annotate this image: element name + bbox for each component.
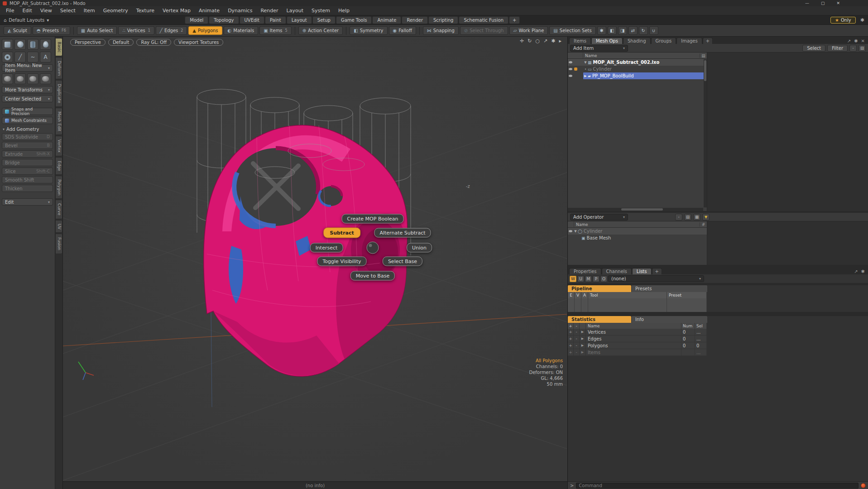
tab-groups[interactable]: Groups: [651, 38, 676, 44]
expand-panel-icon[interactable]: ↗: [847, 38, 851, 43]
primitive-cube-button[interactable]: [2, 39, 13, 50]
menu-vertex-map[interactable]: Vertex Map: [158, 7, 195, 14]
menu-select[interactable]: Select: [56, 7, 80, 14]
symmetry-button[interactable]: ◧ Symmetry: [350, 26, 387, 35]
tab-setup[interactable]: Setup: [312, 16, 336, 24]
primitive-sphere-button[interactable]: [14, 39, 26, 50]
expand-icon[interactable]: ▶: [580, 329, 586, 335]
gear-icon[interactable]: ✱: [861, 269, 865, 274]
materials-mode-button[interactable]: ◐ Materials: [224, 26, 259, 35]
tab-duplicate[interactable]: Duplicate: [55, 80, 62, 107]
eye-icon[interactable]: [568, 68, 573, 70]
select-through-button[interactable]: ⊘ Select Through: [460, 26, 508, 35]
tab-render[interactable]: Render: [402, 16, 428, 24]
statistics-tab[interactable]: Statistics: [568, 316, 631, 323]
menu-dynamics[interactable]: Dynamics: [224, 7, 256, 14]
tab-shading[interactable]: Shading: [623, 38, 651, 44]
viewport-options-icon[interactable]: ▸: [559, 38, 561, 44]
add-list-tab-button[interactable]: +: [703, 38, 713, 44]
primitive-torus-button[interactable]: [2, 52, 13, 62]
expand-icon[interactable]: ▶: [580, 336, 586, 342]
tab-game-tools[interactable]: Game Tools: [336, 16, 372, 24]
stat-row-polygons[interactable]: + - ▶ Polygons 0 0: [568, 342, 707, 349]
pipeline-tab[interactable]: Pipeline: [568, 285, 631, 292]
transform-tool-2-button[interactable]: [14, 73, 26, 84]
menu-layout[interactable]: Layout: [283, 7, 307, 14]
maximize-button[interactable]: ▢: [821, 1, 825, 5]
stat-row-items[interactable]: + - ▶ Items ...: [568, 349, 707, 356]
wrench-tool-button[interactable]: ✱: [597, 26, 606, 35]
tool-slice[interactable]: Slice Shift-C: [2, 168, 53, 175]
mesh-constraints-button[interactable]: Mesh Constraints: [2, 117, 53, 124]
eye-icon[interactable]: [568, 75, 573, 77]
eye-icon[interactable]: [568, 61, 573, 63]
pie-move-to-base[interactable]: Move to Base: [350, 271, 395, 281]
primitive-cylinder-button[interactable]: [27, 39, 38, 50]
curve-tool-button[interactable]: ~: [27, 52, 38, 62]
snapping-button[interactable]: ⋈ Snapping: [423, 26, 459, 35]
operator-tree[interactable]: Name # ▼ ◯ Cylinder ▣ Base Mesh: [568, 221, 707, 265]
remove-selection-button[interactable]: -: [574, 329, 580, 335]
viewport-3d[interactable]: Perspective Default Ray GL: Off Viewport…: [63, 37, 567, 481]
primitive-cone-button[interactable]: [40, 39, 51, 50]
expand-icon[interactable]: ▶: [583, 74, 588, 78]
add-geometry-section[interactable]: ▾ Add Geometry: [3, 127, 52, 132]
select-button[interactable]: Select: [802, 45, 825, 52]
tab-model[interactable]: Model: [185, 16, 208, 24]
tab-vertex[interactable]: Vertex: [55, 136, 62, 156]
tree-row-cylinder[interactable]: • ▭ Cylinder: [568, 66, 707, 72]
tab-edge[interactable]: Edge: [55, 157, 62, 175]
vmap-none-dropdown[interactable]: (none) ▾: [608, 275, 704, 282]
menu-geometry[interactable]: Geometry: [99, 7, 132, 14]
gear-icon[interactable]: ✱: [551, 38, 555, 44]
add-selection-button[interactable]: +: [568, 336, 574, 342]
expand-icon[interactable]: ▶: [580, 342, 586, 349]
snaps-precision-button[interactable]: Snaps and Precision: [2, 108, 53, 115]
pie-select-base[interactable]: Select Base: [383, 257, 422, 266]
default-layouts-dropdown[interactable]: ⌂ Default Layouts ▾: [4, 18, 49, 23]
add-item-dropdown[interactable]: Add Item ▾: [570, 45, 628, 52]
expand-icon[interactable]: ▶: [580, 349, 586, 355]
tab-properties[interactable]: Properties: [569, 268, 601, 274]
orbit-tool-button[interactable]: ↻: [639, 26, 648, 35]
tool-bevel[interactable]: Bevel B: [2, 142, 53, 149]
fit-view-icon[interactable]: ↗: [543, 38, 547, 44]
mirror-right-tool-button[interactable]: ◨: [618, 26, 627, 35]
pen-tool-button[interactable]: ╱: [14, 52, 26, 62]
tree-row-scene[interactable]: ▼ ▦ MOP_Alt_Subtract_002.lxo: [568, 59, 707, 66]
command-input[interactable]: Command: [576, 483, 858, 489]
tab-uv[interactable]: UV: [55, 220, 62, 233]
transform-tool-1-button[interactable]: [2, 73, 13, 84]
tool-bridge[interactable]: Bridge: [2, 159, 53, 166]
menu-animate[interactable]: Animate: [195, 7, 224, 14]
tree-horizontal-scrollbar[interactable]: [568, 208, 703, 211]
shading-default-button[interactable]: Default: [108, 39, 134, 46]
text-tool-button[interactable]: A: [40, 52, 51, 62]
swap-arrows-tool-button[interactable]: ⇄: [628, 26, 638, 35]
tool-sds-subdivide[interactable]: SDS Subdivide D: [2, 133, 53, 140]
viewport-textures-button[interactable]: Viewport Textures: [174, 39, 223, 46]
add-selection-button[interactable]: +: [568, 342, 574, 349]
uv-tool-button[interactable]: ∪: [649, 26, 658, 35]
ray-gl-button[interactable]: Ray GL: Off: [136, 39, 171, 46]
vertices-mode-button[interactable]: ∴ Vertices 1: [118, 26, 154, 35]
tree-vertical-scrollbar[interactable]: [704, 59, 707, 207]
cylinder-item-name[interactable]: Cylinder: [593, 67, 612, 72]
tab-layout[interactable]: Layout: [287, 16, 312, 24]
tab-paint[interactable]: Paint: [265, 16, 286, 24]
tab-deform[interactable]: Deform: [55, 57, 62, 79]
menu-edit[interactable]: Edit: [18, 7, 36, 14]
menu-render[interactable]: Render: [256, 7, 282, 14]
name-column-header[interactable]: Name: [583, 53, 700, 58]
zoom-icon[interactable]: ○: [535, 38, 540, 44]
vmap-morph-toggle[interactable]: M: [585, 276, 592, 282]
polygons-mode-button[interactable]: ▲ Polygons: [188, 26, 222, 35]
collapse-all-button[interactable]: -: [849, 45, 857, 52]
menu-texture[interactable]: Texture: [132, 7, 158, 14]
pie-intersect[interactable]: Intersect: [310, 243, 343, 253]
pie-subtract[interactable]: Subtract: [323, 228, 360, 238]
expand-panel-icon[interactable]: ↗: [854, 269, 858, 274]
macro-record-icon[interactable]: [861, 483, 866, 488]
add-selection-button[interactable]: +: [568, 329, 574, 335]
falloff-button[interactable]: ◉ Falloff: [389, 26, 416, 35]
